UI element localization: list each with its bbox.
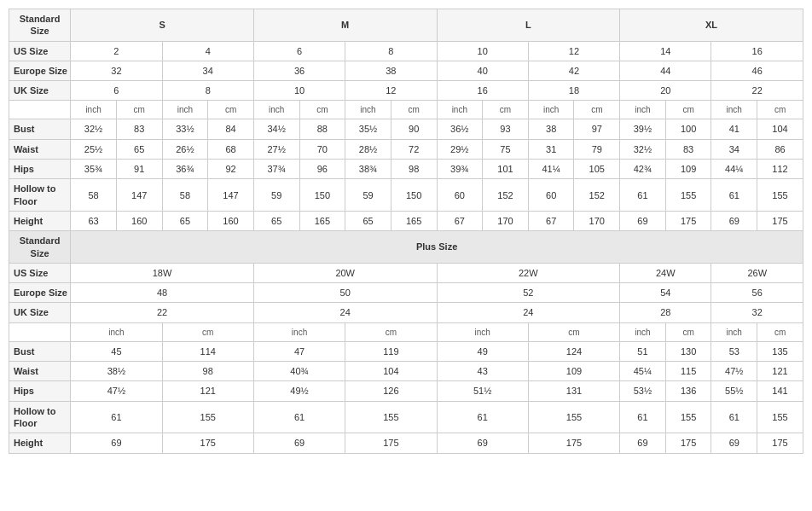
sub-h-cm-3: cm: [299, 101, 345, 119]
bust-l-cm-2: 97: [574, 119, 620, 139]
sub-h-cm-5: cm: [483, 101, 529, 119]
xl-header: XL: [620, 9, 803, 42]
bust-l-cm-1: 93: [483, 119, 529, 139]
plus-htf-v6: 61: [620, 401, 666, 433]
plus-hips-v2: 49½: [253, 381, 345, 401]
plus-uk-label: UK Size: [9, 303, 71, 322]
bust-s-cm-2: 84: [208, 119, 254, 139]
plus-waist-v2: 40¾: [253, 362, 345, 381]
plus-height-v5: 175: [528, 433, 619, 453]
plus-uk-24b: 24: [437, 303, 620, 322]
europe-size-32: 32: [71, 61, 162, 80]
htf-v13: 155: [665, 179, 711, 212]
waist-v12: 32½: [620, 139, 666, 159]
plus-bust-label: Bust: [9, 341, 71, 361]
plus-sub-cm-3: cm: [528, 322, 619, 341]
plus-sub-cm-2: cm: [345, 322, 437, 341]
uk-size-10: 10: [253, 81, 345, 101]
plus-height-v3: 175: [345, 433, 437, 453]
bust-row: Bust 32½ 83 33½ 84 34½ 88 35½ 90 36½ 93 …: [9, 119, 803, 139]
htf-v5: 150: [299, 179, 345, 212]
plus-htf-v8: 61: [711, 401, 757, 433]
m-header: M: [253, 9, 437, 42]
us-size-12: 12: [528, 41, 619, 61]
sub-h-inch-6: inch: [528, 101, 574, 119]
plus-us-24w: 24W: [620, 263, 711, 282]
europe-size-46: 46: [711, 61, 803, 80]
hips-v14: 44¼: [711, 160, 757, 179]
height-v12: 69: [620, 211, 666, 230]
plus-bust-v5: 124: [528, 341, 619, 361]
waist-v6: 28½: [345, 139, 392, 159]
plus-europe-56: 56: [711, 283, 803, 303]
sub-h-cm-7: cm: [665, 101, 711, 119]
bust-m-cm-1: 88: [299, 119, 345, 139]
height-v5: 165: [299, 211, 345, 230]
height-v1: 160: [116, 211, 162, 230]
s-header: S: [71, 9, 254, 42]
europe-size-40: 40: [437, 61, 528, 80]
plus-hollow-to-floor-row: Hollow to Floor 61 155 61 155 61 155 61 …: [9, 401, 803, 433]
hips-v4: 37¾: [253, 160, 299, 179]
plus-height-v4: 69: [437, 433, 528, 453]
plus-hips-v8: 55½: [711, 381, 757, 401]
uk-size-row: UK Size 6 8 10 12 16 18 20 22: [9, 81, 803, 101]
plus-sub-inch-2: inch: [253, 322, 345, 341]
height-standard-row: Height 63 160 65 160 65 165 65 165 67 17…: [9, 211, 803, 230]
plus-bust-row: Bust 45 114 47 119 49 124 51 130 53 135: [9, 341, 803, 361]
plus-waist-v0: 38½: [71, 362, 162, 381]
plus-sub-header-empty: [9, 322, 71, 341]
us-size-4: 4: [162, 41, 253, 61]
plus-waist-v3: 104: [345, 362, 437, 381]
plus-waist-v9: 121: [757, 362, 803, 381]
sub-header-empty: [9, 101, 71, 119]
standard-size-label-2: Standard Size: [9, 231, 71, 264]
waist-v9: 75: [483, 139, 529, 159]
waist-v15: 86: [757, 139, 803, 159]
height-v0: 63: [71, 211, 117, 230]
europe-size-42: 42: [528, 61, 619, 80]
plus-uk-24a: 24: [253, 303, 437, 322]
height-v7: 165: [391, 211, 437, 230]
us-size-label: US Size: [9, 41, 71, 61]
hips-v1: 91: [116, 160, 162, 179]
sub-h-cm-8: cm: [757, 101, 803, 119]
hips-row: Hips 35¾ 91 36¾ 92 37¾ 96 38¾ 98 39¾ 101…: [9, 160, 803, 179]
waist-v14: 34: [711, 139, 757, 159]
plus-us-18w: 18W: [71, 263, 254, 282]
plus-europe-50: 50: [253, 283, 437, 303]
plus-hips-v4: 51½: [437, 381, 528, 401]
hollow-to-floor-label: Hollow to Floor: [9, 179, 71, 212]
l-header: L: [437, 9, 620, 42]
europe-size-row: Europe Size 32 34 36 38 40 42 44 46: [9, 61, 803, 80]
height-v6: 65: [345, 211, 392, 230]
section-header-row: Standard Size S M L XL: [9, 9, 803, 42]
height-v2: 65: [162, 211, 208, 230]
bust-xl-inch-2: 41: [711, 119, 757, 139]
plus-us-size-label: US Size: [9, 263, 71, 282]
htf-v11: 152: [574, 179, 620, 212]
us-size-10: 10: [437, 41, 528, 61]
plus-europe-54: 54: [620, 283, 711, 303]
plus-height-v9: 175: [757, 433, 803, 453]
us-size-2: 2: [71, 41, 162, 61]
height-v9: 170: [483, 211, 529, 230]
sub-h-inch-8: inch: [711, 101, 757, 119]
europe-size-label: Europe Size: [9, 61, 71, 80]
plus-bust-v9: 135: [757, 341, 803, 361]
sub-h-inch-7: inch: [620, 101, 666, 119]
bust-s-inch-2: 33½: [162, 119, 208, 139]
plus-waist-v5: 109: [528, 362, 619, 381]
waist-v0: 25½: [71, 139, 117, 159]
waist-v3: 68: [208, 139, 254, 159]
hips-v9: 101: [483, 160, 529, 179]
plus-hips-v6: 53½: [620, 381, 666, 401]
bust-l-inch-2: 38: [528, 119, 574, 139]
plus-hips-v1: 121: [162, 381, 253, 401]
us-size-14: 14: [620, 41, 711, 61]
plus-sub-header-row: inch cm inch cm inch cm inch cm inch cm: [9, 322, 803, 341]
uk-size-16: 16: [437, 81, 528, 101]
plus-waist-label: Waist: [9, 362, 71, 381]
hips-v7: 98: [391, 160, 437, 179]
plus-htf-v4: 61: [437, 401, 528, 433]
